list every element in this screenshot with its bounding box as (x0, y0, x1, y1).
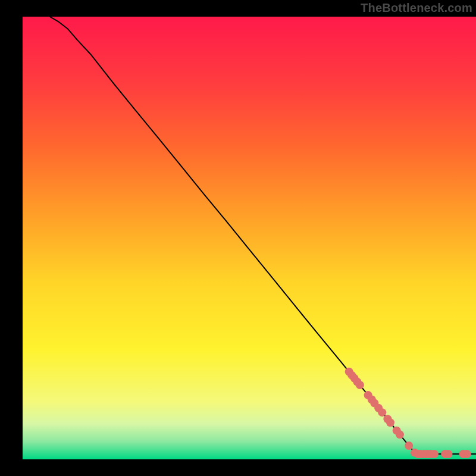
data-marker (378, 408, 386, 416)
data-marker (396, 430, 404, 439)
chart-plot-area (23, 17, 476, 459)
chart-svg (23, 17, 476, 459)
chart-background (23, 17, 476, 459)
data-marker (430, 450, 439, 458)
attribution-label: TheBottleneck.com (361, 1, 472, 15)
data-marker (463, 450, 471, 458)
data-marker (356, 381, 364, 389)
chart-frame: TheBottleneck.com (23, 0, 476, 459)
data-marker (444, 450, 453, 458)
data-marker (405, 441, 413, 450)
data-marker (386, 418, 394, 427)
